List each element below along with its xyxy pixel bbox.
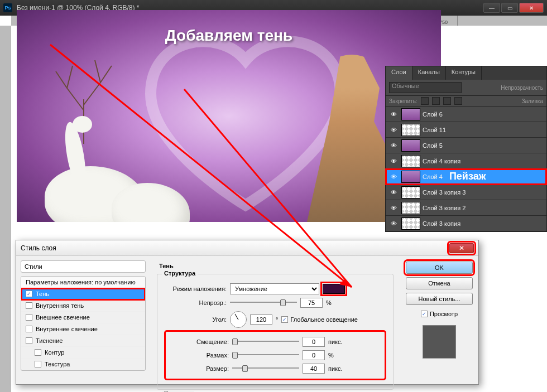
dialog-titlebar[interactable]: Стиль слоя ✕ [16, 240, 478, 256]
visibility-icon[interactable] [388, 156, 399, 167]
visibility-icon[interactable] [388, 109, 399, 120]
checkbox-icon[interactable] [26, 326, 32, 332]
dialog-close-button[interactable]: ✕ [449, 243, 474, 253]
angle-row: Угол: ° ✓ Глобальное освещение [165, 311, 385, 328]
spread-label: Размах: [167, 352, 229, 359]
style-label: Внутреннее свечение [36, 326, 98, 332]
layer-item-selected[interactable]: Слой 4 Пейзаж [386, 169, 546, 185]
style-item-drop-shadow[interactable]: ✓ Тень [21, 288, 145, 300]
blend-mode-select[interactable]: Обычные [389, 82, 462, 93]
checkbox-icon[interactable] [26, 337, 32, 344]
layer-item[interactable]: Слой 11 [386, 122, 546, 138]
global-light-checkbox[interactable]: ✓ Глобальное освещение [281, 316, 358, 323]
spread-unit: % [328, 352, 334, 359]
visibility-icon[interactable] [388, 187, 399, 198]
tab-layers[interactable]: Слои [386, 66, 412, 80]
checkbox-icon[interactable] [35, 361, 41, 367]
style-item-texture[interactable]: Текстура [21, 359, 145, 370]
layer-thumbnail[interactable] [401, 217, 420, 230]
lock-transparency-icon[interactable] [421, 97, 429, 105]
layer-thumbnail[interactable] [401, 124, 420, 136]
layer-item[interactable]: Слой 3 копия 3 [386, 185, 546, 200]
checkbox-icon[interactable]: ✓ [421, 311, 428, 317]
size-row: Размер: пикс. [167, 364, 383, 374]
checkbox-icon[interactable]: ✓ [281, 316, 288, 323]
style-item-blending[interactable]: Параметры наложения: по умолчанию [21, 277, 145, 288]
layer-item[interactable]: Слой 3 копия [386, 216, 546, 231]
lock-pixels-icon[interactable] [432, 97, 440, 105]
canvas-image[interactable]: Добавляем тень [17, 10, 441, 222]
visibility-icon[interactable] [388, 124, 399, 135]
preview-checkbox[interactable]: ✓ Просмотр [406, 311, 473, 317]
group-shadow-title: Тень [157, 263, 176, 269]
spread-slider[interactable] [232, 351, 299, 360]
style-item-inner-glow[interactable]: Внутреннее свечение [21, 323, 145, 335]
layers-panel: Слои Каналы Контуры Обычные Непрозрачнос… [385, 66, 547, 232]
close-button[interactable]: ✕ [519, 3, 544, 13]
opacity-label: Непрозрачность [501, 85, 543, 91]
size-label: Размер: [167, 365, 229, 372]
distance-slider[interactable] [232, 337, 299, 346]
blend-mode-select[interactable]: Умножение [230, 283, 319, 294]
checkbox-icon[interactable] [26, 314, 32, 321]
lock-all-icon[interactable] [454, 97, 462, 105]
layer-name: Слой 4 [423, 173, 443, 180]
styles-sidebar: Стили Параметры наложения: по умолчанию … [16, 256, 150, 384]
structure-group: Структура Режим наложения: Умножение Неп… [157, 274, 394, 390]
maximize-button[interactable]: ▭ [501, 3, 518, 13]
layer-name: Слой 3 копия [423, 220, 460, 227]
new-style-button[interactable]: Новый стиль... [406, 293, 473, 305]
spread-row: Размах: % [167, 350, 383, 360]
spread-input[interactable] [303, 350, 325, 360]
lock-position-icon[interactable] [443, 97, 451, 105]
layer-name: Слой 11 [423, 127, 446, 133]
layer-item[interactable]: Слой 5 [386, 138, 546, 153]
style-item-bevel[interactable]: Тиснение [21, 335, 145, 347]
visibility-icon[interactable] [388, 140, 399, 151]
visibility-icon[interactable] [388, 171, 399, 182]
layer-thumbnail[interactable] [401, 139, 420, 152]
style-item-contour[interactable]: Контур [21, 347, 145, 359]
layer-thumbnail[interactable] [401, 108, 420, 120]
checkbox-icon[interactable] [26, 302, 32, 309]
distance-row: Смещение: пикс. [167, 337, 383, 347]
ok-button[interactable]: OK [406, 262, 473, 274]
minimize-button[interactable]: — [483, 3, 500, 13]
layer-name: Слой 3 копия 2 [423, 205, 466, 211]
layer-name: Слой 4 копия [423, 158, 460, 164]
annotation-title: Добавляем тень [165, 27, 292, 45]
layer-item[interactable]: Слой 3 копия 2 [386, 200, 546, 216]
swan-figure [33, 110, 190, 222]
cancel-button[interactable]: Отмена [406, 277, 473, 289]
tab-channels[interactable]: Каналы [412, 66, 446, 80]
opacity-input[interactable] [300, 298, 323, 308]
shadow-color-swatch[interactable] [323, 284, 345, 294]
layer-item[interactable]: Слой 4 копия [386, 153, 546, 169]
styles-list: Параметры наложения: по умолчанию ✓ Тень… [21, 276, 146, 371]
layer-thumbnail[interactable] [401, 202, 420, 214]
visibility-icon[interactable] [388, 202, 399, 214]
angle-dial[interactable] [230, 311, 247, 328]
layer-thumbnail[interactable] [401, 171, 420, 183]
structure-title: Структура [162, 270, 198, 277]
styles-header[interactable]: Стили [21, 260, 146, 273]
size-input[interactable] [303, 364, 325, 374]
layer-thumbnail[interactable] [401, 186, 420, 199]
window-controls: — ▭ ✕ [483, 3, 544, 13]
angle-input[interactable] [250, 314, 272, 325]
layer-annotation-text: Пейзаж [449, 171, 486, 182]
layer-item[interactable]: Слой 6 [386, 107, 546, 122]
layer-thumbnail[interactable] [401, 155, 420, 167]
tab-paths[interactable]: Контуры [446, 66, 482, 80]
visibility-icon[interactable] [388, 218, 399, 229]
style-item-outer-glow[interactable]: Внешнее свечение [21, 312, 145, 323]
opacity-slider[interactable] [230, 298, 297, 307]
blend-mode-label: Режим наложения: [165, 285, 227, 292]
dialog-buttons: OK Отмена Новый стиль... ✓ Просмотр [400, 256, 478, 384]
style-item-inner-shadow[interactable]: Внутренняя тень [21, 300, 145, 312]
distance-input[interactable] [303, 337, 325, 347]
checkbox-icon[interactable] [35, 349, 41, 356]
size-slider[interactable] [232, 364, 299, 373]
opacity-unit: % [326, 299, 332, 306]
checkbox-icon[interactable]: ✓ [26, 291, 32, 297]
